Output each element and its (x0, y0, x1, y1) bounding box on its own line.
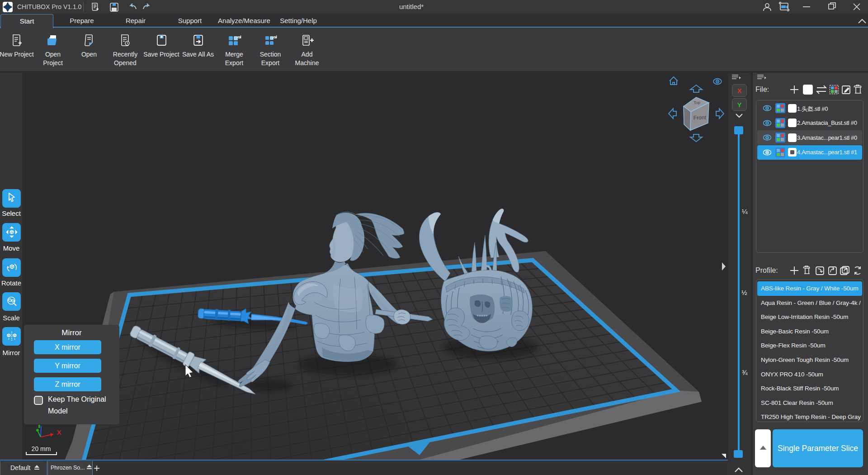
svg-text:Top: Top (693, 100, 700, 105)
svg-text:¼: ¼ (742, 208, 748, 215)
svg-text:X: X (57, 428, 61, 436)
svg-text:Front: Front (693, 114, 707, 121)
svg-text:½: ½ (741, 289, 747, 296)
svg-text:¾: ¾ (742, 369, 748, 376)
svg-text:20 mm: 20 mm (32, 445, 51, 452)
